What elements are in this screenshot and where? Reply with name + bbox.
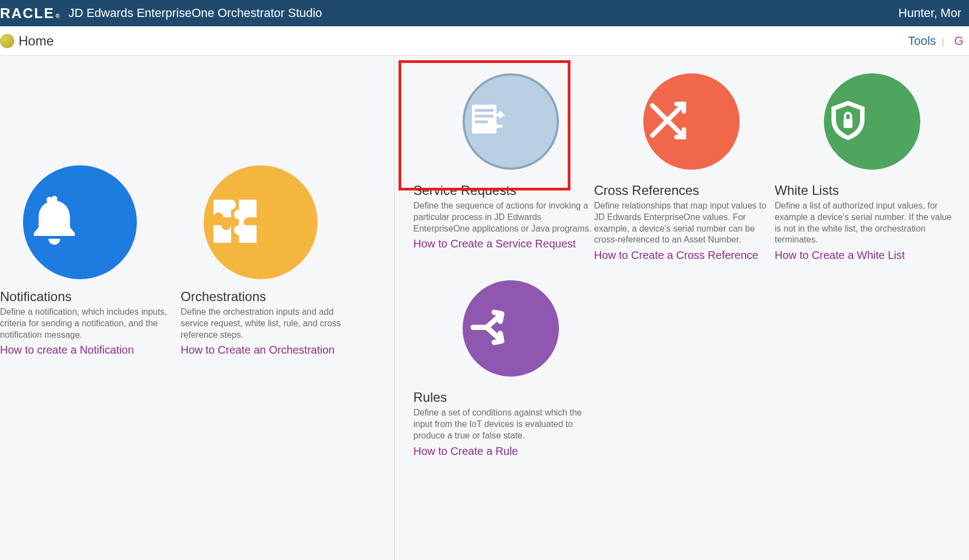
- tile-orchestrations: Orchestrations Define the orchestration …: [181, 165, 361, 356]
- orchestrations-button[interactable]: [204, 165, 318, 279]
- tile-howto-link[interactable]: How to Create an Orchestration: [181, 344, 361, 356]
- service-requests-button[interactable]: [463, 73, 559, 170]
- oracle-logo: RACLE ®: [0, 5, 61, 22]
- tile-desc: Define a notification, which includes in…: [0, 307, 181, 340]
- tile-desc: Define relationships that map input valu…: [594, 200, 775, 246]
- tile-white-lists: White Lists Define a list of authorized …: [775, 73, 955, 262]
- notifications-button[interactable]: [23, 165, 137, 279]
- svg-rect-4: [475, 120, 488, 123]
- tile-title: Notifications: [0, 289, 181, 304]
- right-column: Service Requests Define the sequence of …: [394, 56, 969, 560]
- subheader-links: Tools | G: [903, 34, 964, 48]
- svg-rect-3: [475, 115, 493, 118]
- left-column: Notifications Define a notification, whi…: [0, 56, 394, 560]
- tile-howto-link[interactable]: How to Create a Rule: [413, 445, 594, 458]
- form-transfer-icon: [465, 97, 557, 146]
- home-content: Notifications Define a notification, whi…: [0, 56, 969, 560]
- tile-cross-references: Cross References Define relationships th…: [594, 73, 775, 262]
- tile-howto-link[interactable]: How to Create a White List: [775, 249, 955, 262]
- tile-desc: Define the orchestration inputs and add …: [181, 307, 361, 340]
- breadcrumb-bar: Home Tools | G: [0, 26, 969, 56]
- bell-icon: [23, 190, 137, 255]
- tile-title: Rules: [413, 390, 594, 405]
- brand-text: RACLE: [0, 5, 55, 22]
- tile-notifications: Notifications Define a notification, whi…: [0, 165, 181, 356]
- tile-desc: Define the sequence of actions for invok…: [413, 200, 594, 234]
- tile-title: Cross References: [594, 183, 775, 198]
- tile-desc: Define a list of authorized input values…: [775, 200, 955, 246]
- tile-title: White Lists: [775, 183, 955, 198]
- tile-title: Orchestrations: [181, 289, 361, 304]
- svg-point-0: [47, 197, 53, 203]
- tile-desc: Define a set of conditions against which…: [413, 407, 594, 441]
- tile-rules: Rules Define a set of conditions against…: [413, 280, 594, 457]
- white-lists-button[interactable]: [824, 73, 920, 170]
- page-title: Home: [19, 33, 54, 49]
- svg-rect-5: [844, 119, 853, 128]
- user-display-name[interactable]: Hunter, Mor: [898, 6, 961, 20]
- branch-arrows-icon: [463, 303, 559, 354]
- tile-howto-link[interactable]: How to Create a Service Request: [413, 238, 594, 250]
- second-link[interactable]: G: [954, 34, 964, 48]
- tools-link[interactable]: Tools: [908, 34, 936, 48]
- svg-rect-2: [475, 109, 493, 112]
- registered-mark: ®: [56, 13, 61, 19]
- tile-title: Service Requests: [413, 183, 594, 198]
- cross-arrows-icon: [643, 96, 740, 147]
- puzzle-icon: [204, 190, 318, 255]
- product-title: JD Edwards EnterpriseOne Orchestrator St…: [68, 6, 322, 20]
- tile-service-requests: Service Requests Define the sequence of …: [413, 73, 594, 262]
- home-icon[interactable]: [0, 34, 14, 48]
- app-top-bar: RACLE ® JD Edwards EnterpriseOne Orchest…: [0, 0, 969, 26]
- shield-lock-icon: [824, 96, 920, 147]
- tile-howto-link[interactable]: How to Create a Cross Reference: [594, 249, 775, 262]
- cross-references-button[interactable]: [643, 73, 740, 170]
- tile-howto-link[interactable]: How to create a Notification: [0, 344, 181, 356]
- rules-button[interactable]: [463, 280, 559, 377]
